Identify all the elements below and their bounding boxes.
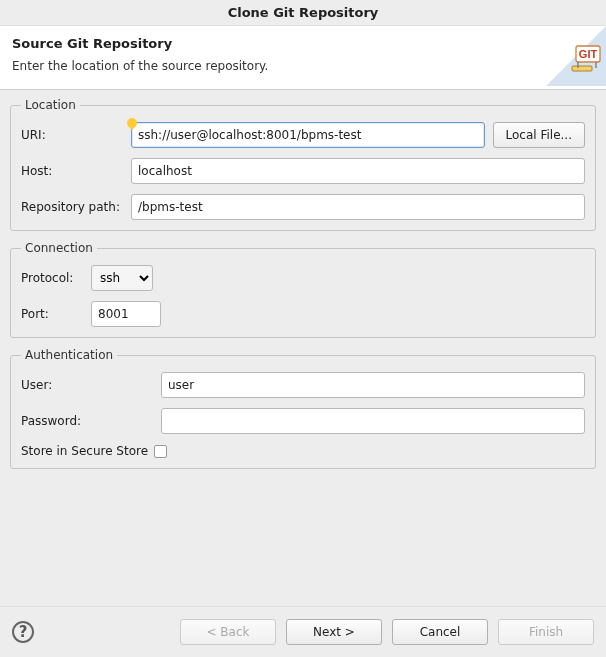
- local-file-button[interactable]: Local File...: [493, 122, 585, 148]
- port-input[interactable]: [91, 301, 161, 327]
- connection-group: Connection Protocol: ssh Port:: [10, 241, 596, 338]
- help-icon[interactable]: ?: [12, 621, 34, 643]
- uri-label: URI:: [21, 128, 131, 142]
- button-bar: ? < Back Next > Cancel Finish: [0, 606, 606, 657]
- store-secure-label: Store in Secure Store: [21, 444, 148, 458]
- git-icon: GIT: [546, 26, 606, 89]
- store-secure-checkbox[interactable]: [154, 445, 167, 458]
- port-label: Port:: [21, 307, 91, 321]
- authentication-group: Authentication User: Password: Store in …: [10, 348, 596, 469]
- user-label: User:: [21, 378, 161, 392]
- repo-path-input[interactable]: [131, 194, 585, 220]
- authentication-legend: Authentication: [21, 348, 117, 362]
- page-title: Source Git Repository: [12, 36, 594, 51]
- wizard-content: Location URI: Local File... Host: Reposi…: [0, 90, 606, 606]
- password-input[interactable]: [161, 408, 585, 434]
- location-legend: Location: [21, 98, 80, 112]
- host-input[interactable]: [131, 158, 585, 184]
- location-group: Location URI: Local File... Host: Reposi…: [10, 98, 596, 231]
- connection-legend: Connection: [21, 241, 97, 255]
- uri-input[interactable]: [131, 122, 485, 148]
- host-label: Host:: [21, 164, 131, 178]
- finish-button: Finish: [498, 619, 594, 645]
- svg-rect-3: [572, 66, 592, 71]
- cancel-button[interactable]: Cancel: [392, 619, 488, 645]
- repo-path-label: Repository path:: [21, 200, 131, 214]
- page-subtitle: Enter the location of the source reposit…: [12, 59, 594, 73]
- back-button: < Back: [180, 619, 276, 645]
- protocol-label: Protocol:: [21, 271, 91, 285]
- user-input[interactable]: [161, 372, 585, 398]
- password-label: Password:: [21, 414, 161, 428]
- protocol-select[interactable]: ssh: [91, 265, 153, 291]
- window-titlebar: Clone Git Repository: [0, 0, 606, 26]
- svg-text:GIT: GIT: [579, 48, 598, 60]
- wizard-header: Source Git Repository Enter the location…: [0, 26, 606, 90]
- next-button[interactable]: Next >: [286, 619, 382, 645]
